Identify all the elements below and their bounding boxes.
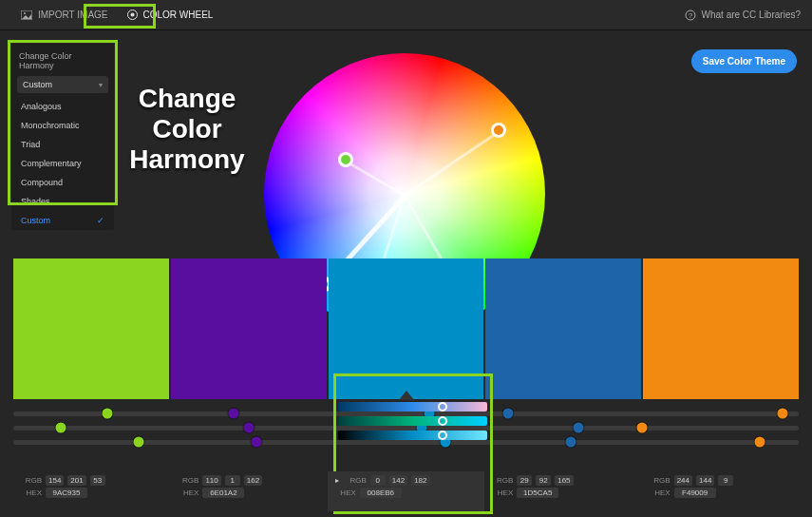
harmony-panel: Change Color Harmony Custom ▾ Analogous …: [11, 44, 114, 230]
harmony-selected-label: Custom: [23, 80, 52, 89]
slider-handle[interactable]: [252, 437, 262, 448]
slider-handle[interactable]: [103, 409, 113, 419]
tab-wheel-label: COLOR WHEEL: [143, 10, 214, 20]
slider-handle[interactable]: [228, 409, 238, 419]
harmony-option-triad[interactable]: Triad: [11, 135, 114, 154]
swatch-5[interactable]: [643, 258, 799, 399]
wheel-handle[interactable]: [338, 152, 353, 167]
harmony-option-compound[interactable]: Compound: [11, 173, 114, 192]
help-label: What are CC Libraries?: [702, 10, 801, 20]
readout-4: RGB2992165HEX1D5CA5: [484, 471, 641, 511]
tab-import-image[interactable]: IMPORT IMAGE: [11, 0, 118, 29]
svg-point-3: [130, 13, 134, 17]
tab-color-wheel[interactable]: COLOR WHEEL: [118, 0, 223, 29]
swatch-4[interactable]: [485, 258, 641, 399]
harmony-option-custom[interactable]: Custom: [11, 211, 114, 230]
harmony-option-complementary[interactable]: Complementary: [11, 154, 114, 173]
chevron-down-icon: ▾: [99, 81, 103, 89]
value-readouts: RGB15420153HEX9AC935 RGB1101162HEX6E01A2…: [13, 471, 799, 511]
harmony-option-monochromatic[interactable]: Monochromatic: [11, 116, 114, 135]
harmony-option-list: Analogous Monochromatic Triad Complement…: [11, 97, 114, 230]
readout-5: RGB2441449HEXF49009: [642, 471, 799, 511]
harmony-title: Change Color Harmony: [11, 51, 114, 76]
tab-import-label: IMPORT IMAGE: [38, 10, 108, 20]
wheel-handle[interactable]: [491, 123, 506, 138]
slider-handle[interactable]: [754, 437, 765, 448]
slider-handle[interactable]: [574, 423, 584, 433]
harmony-select[interactable]: Custom ▾: [17, 76, 108, 93]
readout-2: RGB1101162HEX6E01A2: [170, 471, 327, 511]
harmony-option-analogous[interactable]: Analogous: [11, 97, 114, 116]
slider-handle[interactable]: [636, 423, 647, 433]
slider-handle[interactable]: [778, 409, 788, 419]
slider-handle[interactable]: [134, 437, 144, 448]
swatch-1[interactable]: [13, 258, 169, 399]
readout-1: RGB15420153HEX9AC935: [13, 471, 170, 511]
save-theme-button[interactable]: Save Color Theme: [691, 49, 797, 73]
slider-handle[interactable]: [244, 423, 255, 433]
slider-handle[interactable]: [503, 409, 514, 419]
slider-handle[interactable]: [55, 423, 66, 433]
wheel-icon: [127, 10, 138, 20]
harmony-option-shades[interactable]: Shades: [11, 192, 114, 211]
help-link[interactable]: ? What are CC Libraries?: [685, 10, 801, 21]
top-toolbar: IMPORT IMAGE COLOR WHEEL ? What are CC L…: [0, 0, 812, 30]
slider-handle[interactable]: [566, 437, 576, 448]
readout-3: ▸RGB0142182HEX008EB6: [328, 471, 484, 511]
help-icon: ?: [685, 10, 696, 21]
annotation-change-harmony: Change Color Harmony: [125, 84, 249, 176]
svg-point-1: [24, 12, 26, 14]
swatch-2[interactable]: [171, 258, 327, 399]
svg-text:?: ?: [688, 11, 692, 20]
image-icon: [21, 10, 32, 20]
